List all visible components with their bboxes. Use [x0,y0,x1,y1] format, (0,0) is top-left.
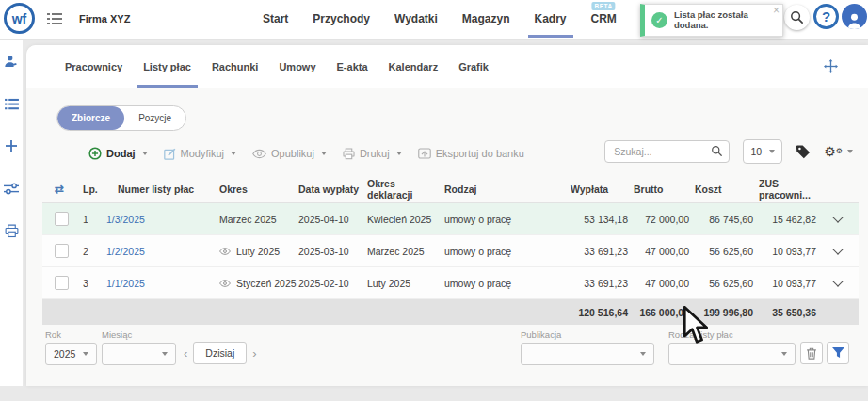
add-button[interactable]: Dodaj [88,147,148,160]
tag-icon [796,145,811,159]
reorder-icon[interactable]: ⇄ [55,183,64,196]
publish-button[interactable]: Opublikuj [252,148,327,159]
edit-icon [164,148,176,160]
gear-icon: ⚙⚙ [824,145,843,158]
filter-funnel-icon [832,347,844,359]
table-row[interactable]: 1 1/3/2025 Marzec 2025 2025-04-10 Kwieci… [42,203,859,235]
table-settings-button[interactable]: ⚙⚙ [824,145,853,158]
chevron-down-icon [847,150,853,153]
user-avatar[interactable] [842,4,867,29]
prev-period-button[interactable]: ‹ [184,346,187,361]
nav-crm[interactable]: BETA CRM [579,0,629,38]
payroll-link[interactable]: 1/2/2025 [106,246,145,257]
clear-filters-button[interactable] [800,342,823,364]
nav-magazyn[interactable]: Magazyn [450,0,522,38]
payroll-table: ⇄ Lp. Numer listy płac Okres Data wypłat… [42,175,859,325]
table-header-row: ⇄ Lp. Numer listy płac Okres Data wypłat… [42,175,859,203]
global-search-button[interactable] [784,5,810,30]
next-period-button[interactable]: › [252,346,256,361]
beta-badge: BETA [592,2,616,10]
nav-przychody[interactable]: Przychody [300,0,382,38]
success-check-icon: ✓ [651,12,667,28]
page-size-select[interactable]: 10 [743,139,782,164]
modify-button[interactable]: Modyfikuj [164,148,236,160]
toggle-pozycje[interactable]: Pozycje [124,106,185,130]
wfirma-logo[interactable]: wf [4,3,35,34]
published-eye-icon [219,248,231,255]
company-name[interactable]: Firma XYZ [79,0,130,38]
preferences-icon[interactable] [4,181,19,196]
today-button[interactable]: Dzisiaj [193,342,247,364]
apply-filters-button[interactable] [827,342,849,364]
payroll-link[interactable]: 1/3/2025 [106,214,145,225]
employee-icon[interactable] [4,54,19,69]
col-wyplata[interactable]: Wypłata [571,184,628,195]
collapse-menu-icon[interactable] [47,12,62,25]
table-tools: 10 ⚙⚙ [604,139,853,164]
chevron-down-icon [781,352,787,356]
published-eye-icon [219,280,231,287]
col-okres-deklaracji[interactable]: Okres deklaracji [367,178,442,200]
print-button[interactable]: Drukuj [343,148,402,160]
row-checkbox[interactable] [55,212,69,226]
left-sidebar [0,39,23,386]
nav-start[interactable]: Start [250,0,300,38]
miesiac-select[interactable] [102,343,176,365]
tags-button[interactable] [796,145,811,159]
col-lp[interactable]: Lp. [78,184,106,195]
tab-listy-plac[interactable]: Listy płac [133,45,201,88]
toast-message: Lista płac została dodana. [674,10,769,30]
total-brutto: 166 000,00 [628,307,689,318]
row-expand-chevron[interactable] [832,276,843,286]
chevron-down-icon [640,352,646,356]
printer-icon [343,148,355,160]
help-button[interactable]: ? [813,4,839,29]
payroll-link[interactable]: 1/1/2025 [106,278,145,289]
tab-umowy[interactable]: Umowy [268,45,326,88]
toast-notification: ✓ Lista płac została dodana. × [640,4,783,37]
list-icon[interactable] [4,96,19,111]
table-row[interactable]: 2 1/2/2025 Luty 2025 2025-03-10 Marzec 2… [42,235,859,267]
rok-select[interactable]: 2025 [45,343,97,365]
nav-wydatki[interactable]: Wydatki [382,0,450,38]
module-tabs: Pracownicy Listy płac Rachunki Umowy E-a… [26,45,868,88]
search-icon [790,10,804,24]
row-checkbox[interactable] [55,276,69,290]
rodzaj-listy-select[interactable] [668,343,796,365]
filter-bar: Rok 2025 Miesiąc ‹ Dzisiaj › Publikacja … [26,328,868,371]
tab-kalendarz[interactable]: Kalendarz [378,45,449,88]
col-zus[interactable]: ZUS pracowni... [753,178,816,200]
row-expand-chevron[interactable] [832,212,843,222]
rok-label: Rok [45,329,97,340]
chevron-down-icon [396,152,402,155]
totals-row: 120 516,64 166 000,00 199 996,80 35 650,… [42,299,859,325]
table-row[interactable]: 3 1/1/2025 Styczeń 2025 2025-02-10 Luty … [42,267,859,299]
toggle-zbiorcze[interactable]: Zbiorcze [57,106,124,130]
total-wyplata: 120 516,64 [571,307,628,318]
add-icon[interactable] [4,138,19,153]
tab-pracownicy[interactable]: Pracownicy [55,45,133,88]
nav-kadry[interactable]: Kadry [522,0,579,38]
tab-rachunki[interactable]: Rachunki [201,45,269,88]
tab-grafik[interactable]: Grafik [448,45,499,88]
print-icon[interactable] [4,223,19,238]
chevron-down-icon [142,152,148,155]
row-expand-chevron[interactable] [832,244,843,254]
col-brutto[interactable]: Brutto [628,184,689,195]
publikacja-select[interactable] [521,343,654,365]
move-panel-icon[interactable] [824,59,838,73]
chevron-down-icon [83,352,88,356]
row-checkbox[interactable] [55,244,69,258]
top-bar: wf Firma XYZ Start Przychody Wydatki Mag… [0,0,868,40]
col-rodzaj[interactable]: Rodzaj [442,184,571,195]
tab-e-akta[interactable]: E-akta [327,45,378,88]
toast-close-icon[interactable]: × [773,5,780,16]
action-toolbar: Dodaj Modyfikuj Opublikuj Drukuj Eksport… [88,141,524,166]
export-to-bank-button[interactable]: Eksportuj do banku [418,148,524,159]
col-data-wyplaty[interactable]: Data wypłaty [298,184,367,195]
total-zus: 35 650,36 [753,307,816,318]
col-okres[interactable]: Okres [212,184,298,195]
col-numer[interactable]: Numer listy płac [106,184,212,195]
col-koszt[interactable]: Koszt [689,184,753,195]
search-icon [711,145,723,157]
